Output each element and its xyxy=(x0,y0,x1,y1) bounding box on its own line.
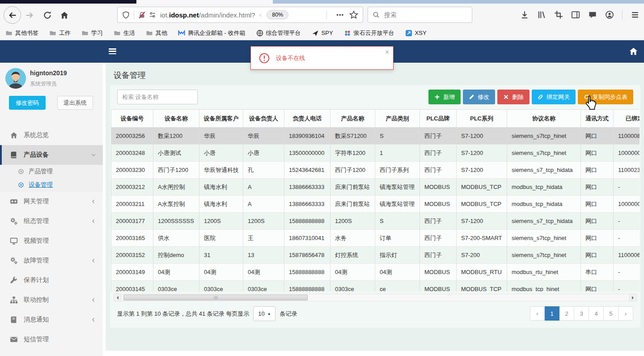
back-button[interactable] xyxy=(4,6,21,24)
content-background: 设备管理 新增 修改 删除 绑定网关 复制同步点表 设备编号设备名称设备所属客户… xyxy=(106,63,644,351)
reload-button[interactable] xyxy=(42,10,53,21)
column-header[interactable]: PLC品牌 xyxy=(420,110,457,128)
bookmark-item[interactable]: 综合管理平台 xyxy=(256,29,301,37)
table-cell: 0303ce xyxy=(330,281,375,292)
avatar[interactable] xyxy=(5,68,26,89)
bookmark-item[interactable]: 其他 xyxy=(146,29,167,37)
bookmark-star-icon[interactable] xyxy=(349,10,358,19)
scroll-left-button[interactable] xyxy=(114,294,121,301)
url-bar[interactable]: iot.idosp.net/admin/index.html? < 80% ••… xyxy=(117,7,363,23)
forward-button[interactable] xyxy=(24,10,35,21)
sidebar-item-组态管理[interactable]: 组态管理 xyxy=(0,211,103,231)
table-row[interactable]: 200003211A水泵控制镇海水利A13886663333庶来门前泵站镇海泵站… xyxy=(111,196,640,213)
bookmark-item[interactable]: 学习 xyxy=(81,29,103,37)
sidebar-item-联动控制[interactable]: 联动控制 xyxy=(0,290,103,310)
table-cell: 网口 xyxy=(581,247,614,264)
table-row[interactable]: 200003152控制demo311315878656478灯控系统指示灯西门子… xyxy=(111,247,640,264)
sidebar-item-产品管理[interactable]: 产品管理 xyxy=(0,165,103,178)
table-cell: 华辰智通科技 xyxy=(199,162,243,179)
column-header[interactable]: 通讯方式 xyxy=(581,110,614,128)
toolbar-button-绑定网关[interactable]: 绑定网关 xyxy=(532,90,576,104)
pagination-page-1[interactable]: 1 xyxy=(545,306,559,321)
tab-strip-dark-segment xyxy=(0,0,136,4)
sidebar-item-短信管理[interactable]: 短信管理 xyxy=(0,330,103,349)
scroll-right-button[interactable] xyxy=(629,294,637,301)
chat-bubble-icon[interactable] xyxy=(588,10,597,19)
column-header[interactable]: 产品名称 xyxy=(330,110,375,128)
browser-search-box[interactable] xyxy=(368,7,472,23)
sidebar-item-消息通知[interactable]: 消息通知 xyxy=(0,310,103,330)
table-cell: 200003211 xyxy=(111,196,153,213)
sidebar-item-视频管理[interactable]: 视频管理 xyxy=(0,231,103,251)
account-icon[interactable] xyxy=(605,10,614,19)
pagination-page-3[interactable]: 3 xyxy=(574,306,589,321)
downloads-icon[interactable] xyxy=(520,10,529,19)
toolbar-button-label: 修改 xyxy=(478,93,489,101)
column-header[interactable]: 协议名称 xyxy=(507,110,581,128)
table-cell: 13 xyxy=(243,247,284,264)
sidebar-item-产品设备[interactable]: 产品设备 xyxy=(0,145,103,165)
scrollbar-track[interactable] xyxy=(121,294,629,301)
toolbar-button-新增[interactable]: 新增 xyxy=(428,90,461,104)
table-row[interactable]: 2000031771200SSSSSS1200S1200S15888888888… xyxy=(111,213,640,230)
sidebar-menu: 系统总览 产品设备 产品管理 设备管理 网关管理 组态管理 视频管理 故障管理 … xyxy=(0,125,103,349)
sidebar-panel-icon[interactable] xyxy=(571,10,580,19)
table-cell: 指示灯 xyxy=(375,247,420,264)
bookmark-item[interactable]: 萤石云开放平台 xyxy=(344,29,394,37)
pagination-page-5[interactable]: 5 xyxy=(604,306,619,321)
scrollbar-thumb[interactable] xyxy=(123,295,308,300)
screenshot-clip-icon[interactable] xyxy=(554,10,563,19)
permissions-icon[interactable] xyxy=(149,11,156,18)
pagination-page-2[interactable]: 2 xyxy=(559,306,574,321)
table-row[interactable]: 200003256数采1200华辰华辰18390936104数采S71200S西… xyxy=(111,128,640,145)
sidebar-toggle-button[interactable] xyxy=(109,48,116,54)
sidebar-item-设备管理[interactable]: 设备管理 xyxy=(0,178,103,192)
table-row[interactable]: 200003212A水闸控制镇海水利A13886663333庶来门前泵站镇海泵站… xyxy=(111,179,640,196)
menu-hamburger-icon[interactable] xyxy=(631,10,640,19)
alert-close-icon[interactable]: × xyxy=(385,48,389,56)
shield-icon[interactable] xyxy=(122,11,130,19)
page-actions-button[interactable]: ••• xyxy=(336,12,344,18)
pagination-page-4[interactable]: 4 xyxy=(589,306,604,321)
bookmark-item[interactable]: 其他书签 xyxy=(5,29,38,37)
column-header[interactable]: 产品类别 xyxy=(375,110,420,128)
bookmark-item[interactable]: 腾讯企业邮箱 - 收件箱 xyxy=(178,29,246,37)
device-search-input[interactable] xyxy=(117,90,198,104)
toolbar-button-复制同步点表[interactable]: 复制同步点表 xyxy=(578,90,633,104)
column-header[interactable]: 设备名称 xyxy=(153,110,199,128)
home-button[interactable] xyxy=(59,10,70,21)
library-icon[interactable] xyxy=(537,10,546,19)
table-row[interactable]: 20000314904测04测04测1588888888804测04测MODBU… xyxy=(111,264,640,281)
bookmark-item[interactable]: SPY xyxy=(312,30,333,37)
bookmark-item[interactable]: 工作 xyxy=(49,29,71,37)
column-header[interactable]: 设备负责人 xyxy=(243,110,284,128)
table-row[interactable]: 2000031450303ce0303ce0303ce1588888888803… xyxy=(111,281,640,292)
toolbar-button-删除[interactable]: 删除 xyxy=(497,90,530,104)
insecure-lock-icon[interactable] xyxy=(138,11,146,19)
change-password-button[interactable]: 修改密码 xyxy=(9,96,46,110)
app-home-icon[interactable] xyxy=(629,47,638,56)
column-header[interactable]: 设备编号 xyxy=(111,110,153,128)
column-header[interactable]: 设备所属客户 xyxy=(199,110,243,128)
column-header[interactable]: 负责人电话 xyxy=(284,110,330,128)
sidebar-item-保养计划[interactable]: 保养计划 xyxy=(0,270,103,290)
table-row[interactable]: 200003165供水医院王18607310041水务订单西门子S7-200-S… xyxy=(111,230,640,247)
sidebar-item-故障管理[interactable]: 故障管理 xyxy=(0,251,103,270)
browser-search-input[interactable] xyxy=(383,11,457,19)
table-row[interactable]: 200003230西门子1200华辰智通科技孔15243642681西门子120… xyxy=(111,162,640,179)
sidebar-item-网关管理[interactable]: 网关管理 xyxy=(0,192,103,211)
divider xyxy=(622,10,623,20)
bookmark-item[interactable]: 生活 xyxy=(114,29,135,37)
sidebar-item-系统总览[interactable]: 系统总览 xyxy=(0,125,103,145)
table-row[interactable]: 200003248小唐测试小唐小唐13500000000字符串12001西门子S… xyxy=(111,145,640,162)
page-size-dropdown[interactable]: 10 ▲ xyxy=(253,306,275,321)
bookmark-item[interactable]: XSY xyxy=(405,30,427,37)
zoom-level-badge[interactable]: 80% xyxy=(267,10,288,19)
pagination-prev-button[interactable]: ‹ xyxy=(530,306,545,321)
pagination-next-button[interactable]: › xyxy=(619,306,633,321)
column-header[interactable]: PLC系列 xyxy=(457,110,507,128)
active-tab-segment[interactable] xyxy=(136,0,273,4)
toolbar-button-修改[interactable]: 修改 xyxy=(463,90,495,104)
column-header[interactable]: 已绑定网关 xyxy=(614,110,640,128)
logout-button[interactable]: 退出系统 xyxy=(57,96,93,110)
